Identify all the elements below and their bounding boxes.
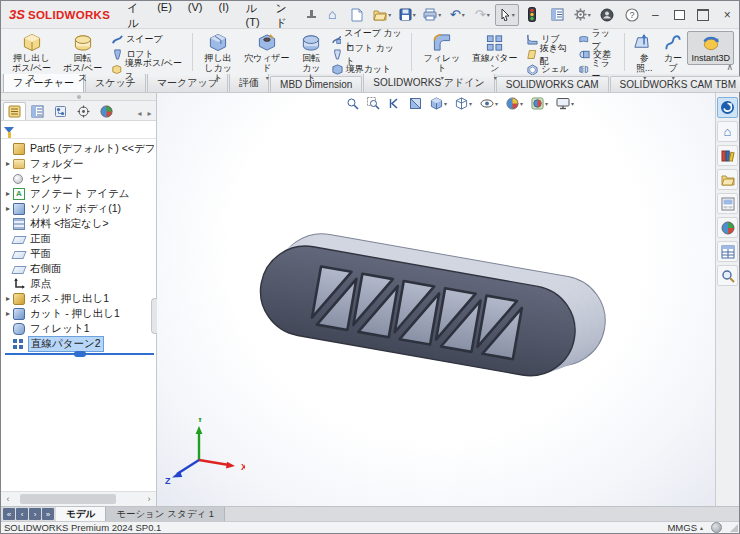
tree-item-cut-extrude1[interactable]: ▸ カット - 押し出し1 <box>3 306 156 321</box>
revolved-cut-button[interactable]: 回転 カット <box>295 31 328 85</box>
boundary-cut-button[interactable]: 境界カット <box>328 62 407 77</box>
rollback-bar[interactable] <box>5 353 154 355</box>
restore-button[interactable] <box>668 5 690 25</box>
home-button[interactable]: ⌂ <box>320 4 344 26</box>
expand-arrow-icon[interactable]: ▸ <box>3 294 13 303</box>
tree-root-part[interactable]: Part5 (デフォルト) <<デフォルト>_表示状態 <box>3 141 156 156</box>
rebuild-button[interactable] <box>520 4 544 26</box>
fillet-button[interactable]: フィレット ▾ <box>417 31 466 85</box>
tree-item-sensors[interactable]: センサー <box>3 171 156 186</box>
hole-wizard-caret-icon[interactable]: ▾ <box>266 73 269 83</box>
status-globe-icon[interactable] <box>711 522 722 533</box>
nav-first-button[interactable]: « <box>3 508 15 520</box>
open-dropdown-caret-icon[interactable]: ▾ <box>388 11 391 18</box>
tree-item-material[interactable]: 材料 <指定なし> <box>3 216 156 231</box>
expand-arrow-icon[interactable]: ▸ <box>3 159 13 168</box>
view-palette-button[interactable] <box>717 193 738 214</box>
save-button[interactable]: ▾ <box>395 4 419 26</box>
tree-item-right-plane[interactable]: 右側面 <box>3 261 156 276</box>
edit-appearance-button[interactable]: ▾ <box>503 95 526 112</box>
hscroll-right-icon[interactable]: › <box>142 494 156 504</box>
linear-pattern-button[interactable]: 直線パターン ▾ <box>466 31 523 85</box>
tree-filter-input[interactable] <box>18 124 153 136</box>
select-dropdown-caret-icon[interactable]: ▾ <box>512 11 515 18</box>
scroll-left-icon[interactable]: ◂ <box>135 109 144 118</box>
apply-scene-caret-icon[interactable]: ▾ <box>545 100 548 107</box>
revolved-boss-button[interactable]: 回転 ボス/ベース <box>57 31 108 85</box>
previous-view-button[interactable] <box>385 95 404 112</box>
save-dropdown-caret-icon[interactable]: ▾ <box>413 11 416 18</box>
threedexperience-button[interactable] <box>717 97 738 118</box>
wrap-button[interactable]: ラップ <box>575 32 619 47</box>
linear-pattern-caret-icon[interactable]: ▾ <box>494 73 497 83</box>
tree-item-front-plane[interactable]: 正面 <box>3 231 156 246</box>
tab-display-manager[interactable] <box>95 102 118 120</box>
redo-dropdown-caret-icon[interactable]: ▾ <box>487 11 490 18</box>
extruded-boss-button[interactable]: 押し出し ボス/ベース <box>6 31 57 85</box>
display-style-caret-icon[interactable]: ▾ <box>469 100 472 107</box>
tab-dimxpert-manager[interactable] <box>72 102 95 120</box>
zoom-to-area-button[interactable] <box>364 95 383 112</box>
loft-cut-button[interactable]: ロフト カット <box>328 47 407 62</box>
tab-property-manager[interactable] <box>26 102 49 120</box>
open-document-button[interactable]: ▾ <box>370 4 394 26</box>
options-dropdown-caret-icon[interactable]: ▾ <box>588 11 591 18</box>
view-settings-button[interactable]: ▾ <box>553 95 577 112</box>
extruded-cut-button[interactable]: 押し出 しカット <box>198 31 239 85</box>
minimize-button[interactable]: – <box>644 5 666 25</box>
draft-button[interactable]: 抜き勾配 <box>523 47 575 62</box>
nav-last-button[interactable]: » <box>42 508 54 520</box>
close-button[interactable]: × <box>716 5 738 25</box>
tab-feature-manager[interactable] <box>3 102 26 120</box>
maximize-button[interactable] <box>692 5 714 25</box>
appearances-scenes-button[interactable] <box>717 217 738 238</box>
mirror-button[interactable]: ミラー <box>575 62 619 77</box>
hscroll-track[interactable] <box>15 494 142 504</box>
tab-configuration-manager[interactable] <box>49 102 72 120</box>
solidworks-forum-button[interactable] <box>717 265 738 286</box>
print-button[interactable]: ▾ <box>420 4 444 26</box>
apply-scene-button[interactable]: ▾ <box>528 95 551 112</box>
unit-system-selector[interactable]: MMGS ▴ <box>667 522 703 533</box>
hide-show-caret-icon[interactable]: ▾ <box>495 100 498 107</box>
print-dropdown-caret-icon[interactable]: ▾ <box>438 11 441 18</box>
tree-horizontal-scrollbar[interactable]: ‹ › <box>1 491 156 506</box>
view-orientation-caret-icon[interactable]: ▾ <box>444 100 447 107</box>
help-button[interactable]: ? <box>620 4 644 26</box>
login-button[interactable] <box>595 4 619 26</box>
tree-item-solid-bodies[interactable]: ▸ ソリッド ボディ(1) <box>3 201 156 216</box>
tree-item-annotations[interactable]: ▸ A アノテート アイテム <box>3 186 156 201</box>
curves-button[interactable]: カーブ ▾ <box>658 31 687 85</box>
part-body[interactable] <box>253 224 612 387</box>
tab-model[interactable]: モデル <box>56 507 106 521</box>
solidworks-resources-button[interactable]: ⌂ <box>717 121 738 142</box>
view-orientation-button[interactable]: ▾ <box>427 95 450 112</box>
scroll-right-icon[interactable]: ▸ <box>145 109 154 118</box>
fillet-caret-icon[interactable]: ▾ <box>441 73 444 83</box>
nav-next-button[interactable]: › <box>29 508 41 520</box>
panel-splitter[interactable] <box>1 93 156 101</box>
expand-arrow-icon[interactable]: ▸ <box>3 309 13 318</box>
hscroll-left-icon[interactable]: ‹ <box>1 494 15 504</box>
expand-arrow-icon[interactable]: ▸ <box>3 189 13 198</box>
undo-button[interactable]: ↶▾ <box>445 4 469 26</box>
hscroll-thumb[interactable] <box>20 494 116 504</box>
undo-dropdown-caret-icon[interactable]: ▾ <box>462 11 465 18</box>
options-button[interactable]: ▾ <box>570 4 594 26</box>
select-tool-button[interactable]: ▾ <box>495 4 519 26</box>
tree-item-origin[interactable]: 原点 <box>3 276 156 291</box>
zoom-to-fit-button[interactable] <box>343 95 362 112</box>
graphics-viewport[interactable]: ▾ ▾ ▾ ▾ ▾ ▾ <box>157 93 715 506</box>
hole-wizard-button[interactable]: 穴ウィザード ▾ <box>238 31 295 85</box>
appearance-caret-icon[interactable]: ▾ <box>520 100 523 107</box>
shell-button[interactable]: シェル <box>523 62 575 77</box>
new-document-button[interactable] <box>345 4 369 26</box>
boundary-boss-button[interactable]: 境界ボス/ベース <box>108 62 187 77</box>
tree-item-folder[interactable]: ▸ フォルダー <box>3 156 156 171</box>
ribbon-collapse-icon[interactable]: ∧ <box>726 62 733 72</box>
design-library-button[interactable] <box>717 145 738 166</box>
redo-button[interactable]: ↷▾ <box>470 4 494 26</box>
file-properties-button[interactable] <box>545 4 569 26</box>
tree-item-top-plane[interactable]: 平面 <box>3 246 156 261</box>
section-view-button[interactable] <box>406 95 425 112</box>
